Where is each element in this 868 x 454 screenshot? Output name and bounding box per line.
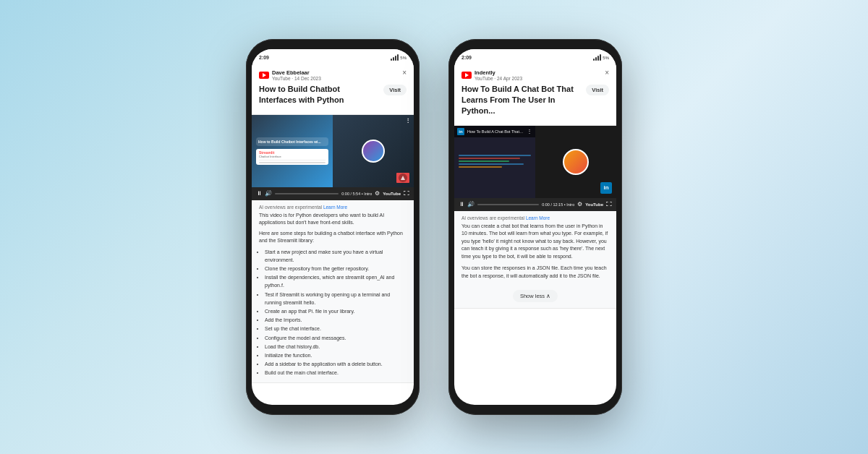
- visit-btn-2[interactable]: Visit: [586, 85, 609, 95]
- status-bar-2: 2:09 5%: [454, 49, 616, 64]
- status-bar-1: 2:09 5%: [252, 49, 414, 64]
- progress-bar-1[interactable]: [275, 193, 339, 194]
- content-1: Dave Ebbelaar YouTube · 14 Dec 2023 × Ho…: [252, 64, 414, 405]
- phone-screen-2: 2:09 5% Indently: [454, 49, 616, 405]
- phone-2: 2:09 5% Indently: [448, 39, 622, 415]
- settings-btn-2[interactable]: ⚙: [577, 201, 582, 207]
- card-title-1: How to Build Chatbot Interfaces with Pyt…: [259, 84, 379, 106]
- close-btn-1[interactable]: ×: [402, 69, 407, 77]
- list-item: Add the Imports.: [265, 316, 407, 324]
- show-less-row: Show less ∧: [461, 286, 609, 304]
- video-title-box-1: How to Build Chatbot Interfaces wi...: [256, 137, 328, 146]
- list-item: Install the dependencies, which are stre…: [265, 273, 407, 289]
- play-pause-btn-1[interactable]: ⏸: [256, 190, 262, 197]
- divider-1: [259, 160, 326, 160]
- learn-more-1[interactable]: Learn More: [323, 205, 347, 210]
- source-name-2: Indently: [475, 69, 522, 76]
- bar3: [597, 56, 599, 61]
- bar3: [395, 56, 396, 61]
- source-info-1: Dave Ebbelaar YouTube · 14 Dec 2023: [272, 69, 321, 81]
- video-player-1[interactable]: How to Build Chatbot Interfaces wi... St…: [252, 115, 414, 187]
- yt-brand-2: YouTube: [585, 202, 603, 207]
- list-item: Clone the repository from the getter rep…: [265, 265, 407, 273]
- play-pause-btn-2[interactable]: ⏸: [459, 201, 464, 207]
- source-info-2: Indently YouTube · 24 Apr 2023: [475, 69, 522, 81]
- three-dots-2[interactable]: ⋮: [527, 128, 532, 134]
- presenter-avatar-1: [362, 140, 385, 163]
- bar4: [600, 54, 601, 61]
- video-bar-title-2: How To Build A Chat Bot That Lear...: [467, 129, 524, 134]
- presenter-avatar-2: [563, 149, 589, 175]
- volume-btn-2[interactable]: 🔊: [467, 201, 475, 207]
- card-2: Indently YouTube · 24 Apr 2023 × How To …: [454, 64, 616, 126]
- card-source-2: Indently YouTube · 24 Apr 2023: [461, 69, 522, 81]
- video-right-2: in: [535, 126, 616, 198]
- list-item: Load the chat history.db.: [265, 343, 407, 351]
- video-thumb-1: How to Build Chatbot Interfaces wi... St…: [252, 115, 414, 187]
- list-item: Start a new project and make sure you ha…: [265, 248, 407, 264]
- swift-logo-1: [396, 173, 409, 183]
- bar1: [593, 59, 595, 61]
- video-player-2[interactable]: in How To Build A Chat Bot That Lear... …: [454, 126, 616, 198]
- source-name-1: Dave Ebbelaar: [272, 69, 321, 76]
- list-item: Build out the main chat interface.: [265, 369, 407, 377]
- card-header-1: Dave Ebbelaar YouTube · 14 Dec 2023 ×: [259, 69, 407, 81]
- chat-preview-1: [259, 162, 326, 163]
- show-less-btn[interactable]: Show less ∧: [513, 290, 558, 302]
- swift-icon-1: [400, 175, 406, 181]
- signal-bars-2: [593, 54, 601, 61]
- three-dots-1[interactable]: ⋮: [405, 118, 411, 124]
- phone-1: 2:09 5% Dave Ebbelaar: [246, 39, 420, 415]
- card-header-2: Indently YouTube · 24 Apr 2023 ×: [461, 69, 609, 81]
- video-title-text-1: How to Build Chatbot Interfaces wi...: [258, 140, 326, 144]
- phone-screen-1: 2:09 5% Dave Ebbelaar: [252, 49, 414, 405]
- ai-text-2: You can create a chat bot that learns fr…: [461, 223, 609, 280]
- close-btn-2[interactable]: ×: [605, 69, 609, 77]
- video-left-2: in How To Build A Chat Bot That Lear... …: [454, 126, 535, 198]
- ai-text-1: This video is for Python developers who …: [259, 212, 407, 377]
- card-title-2: How To Build A Chat Bot That Learns From…: [461, 84, 582, 116]
- bar1: [391, 59, 392, 61]
- status-time-2: 2:09: [461, 55, 472, 60]
- list-item: Configure the model and messages.: [265, 334, 407, 342]
- ai-label-1: AI overviews are experimental Learn More: [259, 205, 407, 210]
- battery-1: 5%: [400, 56, 407, 60]
- video-left-1: How to Build Chatbot Interfaces wi... St…: [252, 115, 333, 187]
- source-date-1: YouTube · 14 Dec 2023: [272, 76, 321, 81]
- youtube-icon-2: [461, 72, 472, 79]
- streamlit-sub-1: Chatbot Interface: [259, 155, 326, 158]
- status-indicators-2: 5%: [593, 54, 609, 61]
- progress-bar-2[interactable]: [477, 204, 539, 205]
- settings-btn-1[interactable]: ⚙: [375, 190, 380, 197]
- video-controls-1: ⏸ 🔊 0:00 / 5:54 • Intro ⚙ YouTube ⛶: [252, 187, 414, 200]
- title-visit-row-2: How To Build A Chat Bot That Learns From…: [461, 84, 609, 121]
- yt-brand-1: YouTube: [383, 192, 401, 196]
- video-thumb-2: in How To Build A Chat Bot That Lear... …: [454, 126, 616, 198]
- card-1: Dave Ebbelaar YouTube · 14 Dec 2023 × Ho…: [252, 64, 414, 115]
- video-top-bar-2: in How To Build A Chat Bot That Lear... …: [454, 126, 535, 137]
- streamlit-brand-1: Streamlit Chatbot Interface: [256, 149, 328, 165]
- card-source-1: Dave Ebbelaar YouTube · 14 Dec 2023: [259, 69, 321, 81]
- fullscreen-btn-2[interactable]: ⛶: [606, 201, 612, 207]
- linkedin-badge-2: in: [600, 182, 612, 194]
- video-controls-2: ⏸ 🔊 0:00 / 12:15 • Intro ⚙ YouTube ⛶: [454, 198, 616, 211]
- source-date-2: YouTube · 24 Apr 2023: [475, 76, 522, 81]
- time-display-1: 0:00 / 5:54 • Intro: [341, 192, 372, 196]
- learn-more-2[interactable]: Learn More: [526, 215, 550, 220]
- list-item: Add a sidebar to the application with a …: [265, 360, 407, 368]
- time-display-2: 0:00 / 12:15 • Intro: [542, 202, 574, 207]
- signal-bars-1: [391, 54, 399, 61]
- bullet-list-1: Start a new project and make sure you ha…: [259, 248, 407, 377]
- list-item: Test if Streamlit is working by opening …: [265, 291, 407, 307]
- bar2: [595, 57, 597, 61]
- ai-label-2: AI overviews are experimental Learn More: [461, 215, 609, 220]
- list-item: Initialize the function.: [265, 351, 407, 359]
- visit-btn-1[interactable]: Visit: [383, 85, 407, 95]
- volume-btn-1[interactable]: 🔊: [265, 190, 272, 197]
- fullscreen-btn-1[interactable]: ⛶: [404, 190, 409, 197]
- status-time-1: 2:09: [259, 55, 269, 60]
- linkedin-sm-logo: in: [457, 128, 464, 135]
- title-visit-row-1: How to Build Chatbot Interfaces with Pyt…: [259, 84, 407, 110]
- list-item: Create an app that Pi. file in your libr…: [265, 307, 407, 315]
- content-2: Indently YouTube · 24 Apr 2023 × How To …: [454, 64, 616, 405]
